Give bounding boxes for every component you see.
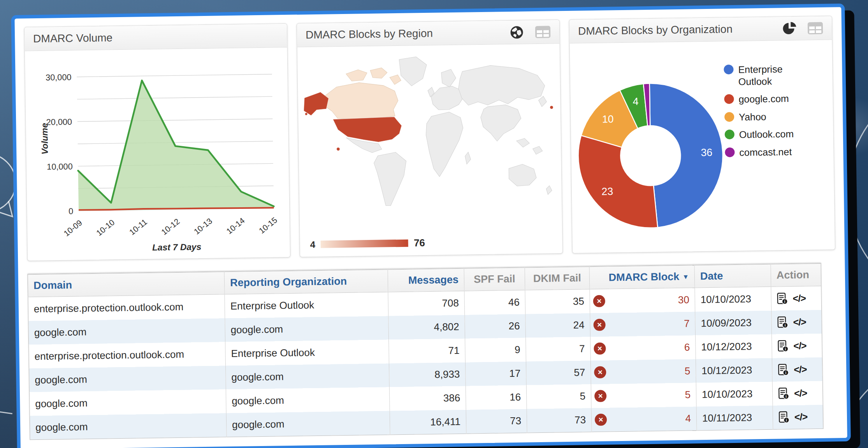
cell-spf-fail: 73: [466, 409, 527, 434]
legend-item: Yahoo: [724, 110, 805, 123]
cell-dkim-fail: 5: [526, 384, 591, 409]
column-header-label: Reporting Organization: [230, 275, 347, 289]
cell-action: i </>: [773, 405, 823, 429]
cell-dmarc-block: ✕6: [590, 335, 696, 360]
svg-text:10-09: 10-09: [62, 218, 84, 238]
block-count: 4: [685, 413, 691, 425]
svg-text:10-14: 10-14: [225, 216, 246, 236]
cell-date: 10/12/2023: [696, 358, 772, 383]
block-x-icon: ✕: [594, 366, 606, 378]
legend-item: Enterprise Outlook: [724, 63, 805, 88]
globe-icon[interactable]: [510, 25, 524, 40]
code-icon[interactable]: </>: [793, 340, 807, 351]
report-info-icon[interactable]: i: [778, 387, 789, 400]
block-x-icon: ✕: [595, 414, 607, 426]
cell-dkim-fail: 7: [526, 337, 591, 361]
column-header-domain[interactable]: Domain: [28, 272, 225, 297]
legend-label: google.com: [738, 93, 789, 105]
code-icon[interactable]: </>: [794, 387, 807, 399]
legend-label: Outlook.com: [739, 128, 794, 140]
donut-slice-google-com[interactable]: [578, 135, 658, 229]
column-header-label: DMARC Block: [608, 271, 679, 284]
map-region-canada[interactable]: [321, 68, 402, 120]
code-icon[interactable]: </>: [793, 292, 806, 304]
table-view-icon[interactable]: [807, 21, 823, 35]
cell-spf-fail: 46: [464, 290, 525, 315]
block-count: 7: [684, 318, 690, 330]
cell-date: 10/11/2023: [696, 406, 773, 430]
panel-dmarc-volume: DMARC Volume 010,00020,00030,00010-0910-…: [24, 23, 290, 261]
panel-title: DMARC Blocks by Region: [306, 27, 433, 42]
scale-max-label: 76: [414, 237, 425, 249]
svg-text:10-13: 10-13: [192, 216, 214, 236]
world-choropleth-map: [297, 47, 562, 224]
svg-text:30,000: 30,000: [46, 72, 72, 82]
cell-reporting-org: google.com: [226, 387, 390, 413]
panel-title: DMARC Blocks by Organization: [578, 23, 733, 38]
svg-text:i: i: [784, 299, 785, 303]
svg-text:10-12: 10-12: [160, 217, 181, 236]
legend-color-dot: [724, 65, 733, 74]
column-header-messages[interactable]: Messages: [388, 268, 464, 292]
cell-date: 10/09/2023: [695, 311, 772, 336]
pie-chart-icon[interactable]: [782, 21, 797, 36]
report-info-icon[interactable]: i: [778, 411, 790, 424]
column-header-label: Domain: [33, 279, 72, 291]
report-info-icon[interactable]: i: [777, 292, 788, 305]
block-count: 5: [685, 365, 691, 377]
cell-messages: 386: [389, 386, 466, 411]
legend-item: Outlook.com: [725, 128, 805, 140]
cell-action: i </>: [771, 286, 822, 310]
cell-dkim-fail: 24: [525, 313, 590, 338]
block-count: 30: [678, 294, 689, 306]
cell-dmarc-block: ✕5: [590, 359, 696, 384]
cell-domain: google.com: [29, 366, 226, 392]
code-icon[interactable]: </>: [794, 364, 807, 375]
column-header-label: DKIM Fail: [533, 272, 581, 285]
cell-date: 10/12/2023: [696, 334, 772, 359]
report-info-icon[interactable]: i: [777, 316, 788, 329]
cell-action: i </>: [772, 357, 822, 382]
cell-date: 10/10/2023: [695, 287, 771, 312]
svg-text:10-11: 10-11: [128, 217, 149, 236]
column-header-label: Messages: [408, 274, 459, 286]
dmarc-report-table: DomainReporting OrganizationMessagesSPF …: [28, 263, 830, 440]
legend-color-dot: [725, 130, 734, 139]
cell-reporting-org: google.com: [225, 316, 389, 342]
svg-text:10,000: 10,000: [47, 161, 73, 172]
panel-dmarc-region: DMARC Blocks by Region: [297, 19, 563, 257]
donut-value-label: 23: [601, 186, 613, 197]
donut-value-label: 10: [602, 113, 614, 125]
code-icon[interactable]: </>: [793, 316, 806, 327]
cell-dmarc-block: ✕7: [590, 312, 696, 337]
block-count: 6: [684, 341, 690, 354]
cell-date: 10/10/2023: [696, 382, 773, 407]
report-info-icon[interactable]: i: [777, 340, 789, 352]
cell-dkim-fail: 35: [525, 289, 590, 314]
code-icon[interactable]: </>: [794, 411, 808, 422]
column-header-org[interactable]: Reporting Organization: [224, 270, 388, 294]
column-header-action: Action: [771, 263, 821, 287]
cell-dmarc-block: ✕30: [590, 288, 695, 313]
report-info-icon[interactable]: i: [778, 364, 789, 376]
svg-text:i: i: [785, 370, 786, 374]
cell-reporting-org: google.com: [226, 363, 390, 389]
legend-label: comcast.net: [739, 145, 792, 158]
donut-slice-enterprise-outlook[interactable]: [650, 82, 724, 228]
cell-reporting-org: google.com: [226, 411, 390, 437]
dashboard-frame: DMARC Volume 010,00020,00030,00010-0910-…: [11, 4, 851, 448]
block-x-icon: ✕: [593, 295, 605, 307]
svg-text:10-15: 10-15: [257, 215, 279, 235]
column-header-block[interactable]: DMARC Block▼: [589, 265, 695, 289]
cell-messages: 8,933: [389, 362, 466, 387]
cell-spf-fail: 26: [465, 314, 526, 339]
column-header-date[interactable]: Date: [694, 264, 771, 288]
slide: { "panels": { "volume": { "title": "DMAR…: [0, 0, 868, 448]
cell-domain: enterprise.protection.outlook.com: [29, 342, 226, 368]
cell-reporting-org: Enterprise Outlook: [225, 340, 389, 366]
panel-header: DMARC Volume: [25, 24, 287, 51]
cell-dkim-fail: 73: [527, 408, 592, 433]
table-view-icon[interactable]: [535, 25, 551, 38]
legend-item: comcast.net: [725, 145, 805, 158]
svg-text:20,000: 20,000: [46, 117, 72, 127]
